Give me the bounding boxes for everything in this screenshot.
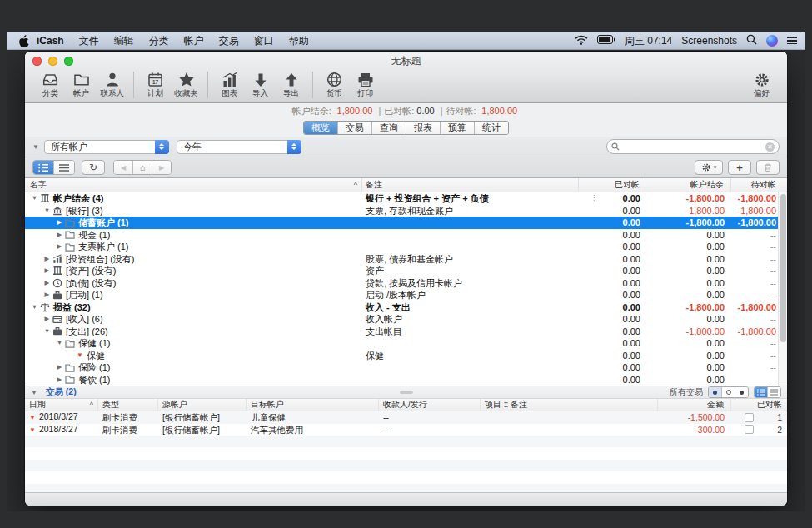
- disclosure-closed-icon[interactable]: ▶: [42, 289, 52, 301]
- cleared-checkbox[interactable]: [745, 413, 754, 422]
- account-row[interactable]: ▼保健保健0.000.00--: [25, 350, 787, 362]
- account-row[interactable]: ▶[投资组合] (没有)股票, 债券和基金帐户0.000.00--: [25, 253, 787, 266]
- disclosure-closed-icon[interactable]: ▶: [42, 253, 52, 266]
- period-filter-select[interactable]: 今年: [177, 140, 301, 154]
- menu-item[interactable]: 窗口: [254, 34, 274, 48]
- toolbar-item[interactable]: 收藏夹: [171, 71, 202, 99]
- column-header-balance[interactable]: 帐户结余: [645, 178, 731, 192]
- search-input[interactable]: [622, 141, 765, 152]
- menu-item[interactable]: iCash: [37, 35, 64, 47]
- account-row[interactable]: ▼帐户结余 (4)银行 + 投资组合 + 资产 + 负债0.00-1,800.0…: [25, 192, 787, 205]
- tab-item[interactable]: 预算: [441, 122, 475, 134]
- action-menu-button[interactable]: ▾: [695, 160, 723, 175]
- account-row[interactable]: ▶保险 (1)0.000.00--: [25, 361, 787, 374]
- flat-view-button[interactable]: [54, 161, 74, 174]
- tab-item[interactable]: 报表: [406, 122, 441, 134]
- notification-center-icon[interactable]: [787, 37, 797, 45]
- menu-item[interactable]: 帐户: [184, 34, 204, 48]
- splitter-handle[interactable]: [400, 391, 413, 394]
- disclosure-closed-icon[interactable]: ▶: [55, 229, 64, 242]
- account-row[interactable]: ▶[收入] (6)收入帐户0.000.00--: [25, 313, 787, 326]
- account-filter-select[interactable]: 所有帐户: [44, 140, 169, 154]
- detail-list-view-button[interactable]: [755, 387, 768, 397]
- column-header-payee[interactable]: 收款人/发行: [379, 399, 481, 411]
- delete-account-button[interactable]: [756, 160, 780, 175]
- toolbar-item[interactable]: 打印: [350, 71, 381, 99]
- menu-item[interactable]: 编辑: [114, 34, 134, 48]
- disclosure-open-icon[interactable]: ▼: [42, 326, 52, 338]
- spotlight-search-icon[interactable]: [746, 34, 757, 47]
- minimize-button[interactable]: [48, 57, 57, 66]
- account-row[interactable]: ▼[银行] (3)支票, 存款和现金账户0.00-1,800.00-1,800.…: [25, 205, 787, 217]
- collapse-triangle-icon[interactable]: ▼: [32, 143, 39, 151]
- home-button[interactable]: ⌂: [133, 161, 152, 174]
- toolbar-item[interactable]: 17计划: [140, 71, 171, 99]
- disclosure-open-icon[interactable]: ▼: [42, 205, 52, 217]
- column-header-note[interactable]: 备注: [362, 178, 579, 192]
- close-button[interactable]: [32, 57, 42, 66]
- tab-item[interactable]: 查询: [372, 122, 406, 134]
- column-header-date[interactable]: 日期 ^: [25, 399, 98, 411]
- account-row[interactable]: ▼损益 (32)收入 - 支出0.00-1,800.00-1,800.00: [25, 301, 787, 314]
- tab-item[interactable]: 交易: [338, 122, 372, 134]
- menu-item[interactable]: 交易: [219, 34, 239, 48]
- menu-active-app[interactable]: Screenshots: [681, 35, 737, 47]
- disclosure-closed-icon[interactable]: ▶: [42, 313, 52, 326]
- toolbar-item[interactable]: 联系人: [97, 71, 127, 99]
- account-row[interactable]: ▼保健 (1)0.000.00--: [25, 337, 787, 350]
- add-account-button[interactable]: +: [728, 160, 751, 175]
- disclosure-closed-icon[interactable]: ▶: [42, 277, 52, 290]
- plain-list-view-button[interactable]: [768, 387, 780, 397]
- disclosure-closed-icon[interactable]: ▶: [55, 217, 64, 229]
- column-header-amount[interactable]: 金额: [658, 399, 731, 411]
- scrollbar-thumb[interactable]: [780, 194, 786, 342]
- toolbar-item[interactable]: 导出: [276, 71, 306, 99]
- wifi-icon[interactable]: [575, 35, 588, 47]
- filter-all-button[interactable]: [709, 387, 722, 397]
- tab-active[interactable]: 概览: [304, 122, 338, 134]
- transaction-row[interactable]: ▼2018/3/27刷卡消费[银行储蓄帐户]汽车其他费用---300.002: [25, 424, 787, 436]
- account-row[interactable]: ▶[启动] (1)启动 /股本帐户0.000.00--: [25, 289, 787, 301]
- disclosure-open-icon[interactable]: ▼: [55, 337, 64, 350]
- zoom-button[interactable]: [64, 57, 73, 66]
- column-header-cleared[interactable]: 已对帐: [731, 399, 787, 411]
- column-resize-grip[interactable]: ⋮: [590, 194, 597, 202]
- column-header-pending[interactable]: 待对帐: [731, 178, 787, 192]
- menu-item[interactable]: 文件: [79, 34, 99, 48]
- account-row[interactable]: ▼[支出] (26)支出帐目0.00-1,800.00-1,800.00: [25, 326, 787, 338]
- column-header-name[interactable]: 名字 ^: [25, 178, 362, 192]
- disclosure-open-icon[interactable]: ▼: [30, 192, 39, 205]
- back-button[interactable]: ◀: [114, 161, 133, 174]
- disclosure-closed-icon[interactable]: ▶: [42, 265, 52, 277]
- toolbar-item[interactable]: 图表: [214, 71, 245, 99]
- forward-button[interactable]: ▶: [152, 161, 171, 174]
- menu-item[interactable]: 分类: [149, 34, 169, 48]
- title-bar[interactable]: 无标题: [25, 52, 787, 70]
- menu-item[interactable]: 帮助: [289, 34, 309, 48]
- account-row[interactable]: ▶储蓄账户 (1)0.00-1,800.00-1,800.00: [25, 217, 787, 229]
- column-header-source[interactable]: 源帐户: [158, 399, 247, 411]
- disclosure-open-icon[interactable]: ▼: [30, 301, 39, 314]
- siri-icon[interactable]: [766, 35, 778, 47]
- column-header-target[interactable]: 目标帐户: [247, 399, 379, 411]
- column-header-item-note[interactable]: 项目 :: 备注: [481, 399, 658, 411]
- filter-cleared-button[interactable]: [735, 387, 748, 397]
- column-header-type[interactable]: 类型: [98, 399, 158, 411]
- battery-icon[interactable]: [597, 35, 615, 47]
- column-header-cleared[interactable]: 已对帐: [579, 178, 645, 192]
- tab-item[interactable]: 统计: [475, 122, 508, 134]
- menu-clock[interactable]: 周三 07:14: [625, 34, 672, 48]
- toolbar-item[interactable]: 帐户: [66, 71, 97, 99]
- toolbar-item[interactable]: 分类: [35, 71, 66, 99]
- disclosure-closed-icon[interactable]: ▶: [55, 241, 64, 253]
- apple-menu-icon[interactable]: [18, 35, 30, 47]
- account-row[interactable]: ▶现金 (1)0.000.00--: [25, 229, 787, 242]
- toolbar-item[interactable]: 导入: [245, 71, 276, 99]
- toolbar-item[interactable]: 货币: [319, 71, 350, 99]
- account-row[interactable]: ▶[资产] (没有)资产0.000.00--: [25, 265, 787, 277]
- account-row[interactable]: ▶支票帐户 (1)0.000.00--: [25, 241, 787, 253]
- toolbar-item-preferences[interactable]: 偏好: [746, 71, 777, 99]
- filter-uncleared-button[interactable]: [722, 387, 735, 397]
- search-field[interactable]: ✕: [606, 139, 780, 154]
- disclosure-closed-icon[interactable]: ▶: [55, 374, 64, 386]
